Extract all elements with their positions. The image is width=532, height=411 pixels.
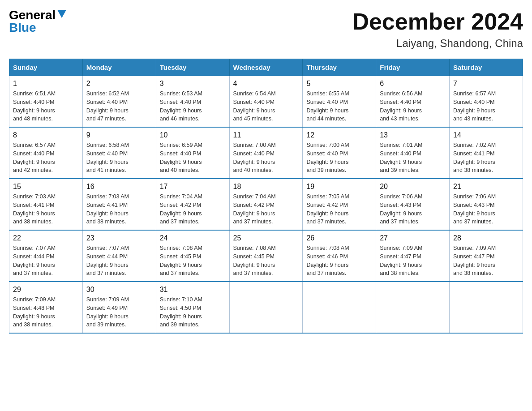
column-header-wednesday: Wednesday: [229, 59, 303, 76]
day-number: 5: [306, 80, 372, 88]
day-number: 13: [380, 131, 446, 139]
title-block: December 2024 Laiyang, Shandong, China: [352, 9, 523, 50]
calendar-cell: 21Sunrise: 7:06 AMSunset: 4:43 PMDayligh…: [450, 179, 523, 230]
day-number: 19: [306, 183, 372, 191]
day-info: Sunrise: 7:09 AMSunset: 4:47 PMDaylight:…: [380, 244, 446, 278]
day-number: 25: [233, 234, 299, 242]
day-info: Sunrise: 7:09 AMSunset: 4:47 PMDaylight:…: [453, 244, 519, 278]
day-info: Sunrise: 6:54 AMSunset: 4:40 PMDaylight:…: [233, 90, 299, 123]
calendar-cell: 7Sunrise: 6:57 AMSunset: 4:40 PMDaylight…: [450, 76, 523, 128]
day-number: 9: [86, 131, 152, 139]
calendar-cell: 18Sunrise: 7:04 AMSunset: 4:42 PMDayligh…: [229, 179, 303, 230]
day-number: 17: [160, 183, 226, 191]
calendar-cell: 23Sunrise: 7:07 AMSunset: 4:44 PMDayligh…: [82, 230, 156, 282]
day-info: Sunrise: 7:06 AMSunset: 4:43 PMDaylight:…: [380, 193, 446, 226]
calendar-cell: 15Sunrise: 7:03 AMSunset: 4:41 PMDayligh…: [9, 179, 83, 230]
day-info: Sunrise: 6:55 AMSunset: 4:40 PMDaylight:…: [306, 90, 372, 123]
day-info: Sunrise: 7:08 AMSunset: 4:45 PMDaylight:…: [160, 244, 226, 278]
calendar-cell: 31Sunrise: 7:10 AMSunset: 4:50 PMDayligh…: [156, 282, 229, 333]
column-header-saturday: Saturday: [450, 59, 523, 76]
day-info: Sunrise: 7:04 AMSunset: 4:42 PMDaylight:…: [160, 193, 226, 226]
calendar-header-row: SundayMondayTuesdayWednesdayThursdayFrid…: [9, 59, 523, 76]
calendar-cell: 16Sunrise: 7:03 AMSunset: 4:41 PMDayligh…: [82, 179, 156, 230]
day-info: Sunrise: 6:52 AMSunset: 4:40 PMDaylight:…: [86, 90, 152, 123]
column-header-friday: Friday: [376, 59, 450, 76]
column-header-monday: Monday: [82, 59, 156, 76]
calendar-cell: 4Sunrise: 6:54 AMSunset: 4:40 PMDaylight…: [229, 76, 303, 128]
calendar-cell: 6Sunrise: 6:56 AMSunset: 4:40 PMDaylight…: [376, 76, 450, 128]
day-number: 1: [13, 80, 79, 88]
day-info: Sunrise: 7:00 AMSunset: 4:40 PMDaylight:…: [233, 141, 299, 175]
day-number: 20: [380, 183, 446, 191]
calendar-subtitle: Laiyang, Shandong, China: [352, 37, 523, 50]
calendar-cell: 9Sunrise: 6:58 AMSunset: 4:40 PMDaylight…: [82, 127, 156, 179]
day-info: Sunrise: 6:57 AMSunset: 4:40 PMDaylight:…: [13, 141, 79, 175]
day-number: 10: [160, 131, 226, 139]
calendar-cell: [229, 282, 303, 333]
day-number: 28: [453, 234, 519, 242]
day-info: Sunrise: 7:02 AMSunset: 4:41 PMDaylight:…: [453, 141, 519, 175]
day-info: Sunrise: 6:57 AMSunset: 4:40 PMDaylight:…: [453, 90, 519, 123]
calendar-week-row: 8Sunrise: 6:57 AMSunset: 4:40 PMDaylight…: [9, 127, 523, 179]
day-number: 12: [306, 131, 372, 139]
calendar-cell: 1Sunrise: 6:51 AMSunset: 4:40 PMDaylight…: [9, 76, 83, 128]
calendar-cell: 14Sunrise: 7:02 AMSunset: 4:41 PMDayligh…: [450, 127, 523, 179]
calendar-week-row: 29Sunrise: 7:09 AMSunset: 4:48 PMDayligh…: [9, 282, 523, 333]
calendar-cell: 13Sunrise: 7:01 AMSunset: 4:40 PMDayligh…: [376, 127, 450, 179]
calendar-cell: 28Sunrise: 7:09 AMSunset: 4:47 PMDayligh…: [450, 230, 523, 282]
calendar-cell: 12Sunrise: 7:00 AMSunset: 4:40 PMDayligh…: [303, 127, 376, 179]
day-info: Sunrise: 7:08 AMSunset: 4:45 PMDaylight:…: [233, 244, 299, 278]
calendar-cell: 11Sunrise: 7:00 AMSunset: 4:40 PMDayligh…: [229, 127, 303, 179]
day-info: Sunrise: 7:09 AMSunset: 4:49 PMDaylight:…: [86, 295, 152, 329]
calendar-cell: 19Sunrise: 7:05 AMSunset: 4:42 PMDayligh…: [303, 179, 376, 230]
calendar-cell: 2Sunrise: 6:52 AMSunset: 4:40 PMDaylight…: [82, 76, 156, 128]
logo-general-text: General: [9, 9, 56, 21]
calendar-title: December 2024: [352, 9, 523, 34]
day-info: Sunrise: 6:53 AMSunset: 4:40 PMDaylight:…: [160, 90, 226, 123]
calendar-cell: 24Sunrise: 7:08 AMSunset: 4:45 PMDayligh…: [156, 230, 229, 282]
calendar-cell: 3Sunrise: 6:53 AMSunset: 4:40 PMDaylight…: [156, 76, 229, 128]
day-info: Sunrise: 6:51 AMSunset: 4:40 PMDaylight:…: [13, 90, 79, 123]
calendar-week-row: 1Sunrise: 6:51 AMSunset: 4:40 PMDaylight…: [9, 76, 523, 128]
calendar-cell: 29Sunrise: 7:09 AMSunset: 4:48 PMDayligh…: [9, 282, 83, 333]
day-number: 7: [453, 80, 519, 88]
day-number: 30: [86, 286, 152, 294]
calendar-cell: 30Sunrise: 7:09 AMSunset: 4:49 PMDayligh…: [82, 282, 156, 333]
logo-blue-text: Blue: [9, 21, 36, 34]
calendar-cell: [303, 282, 376, 333]
day-info: Sunrise: 6:56 AMSunset: 4:40 PMDaylight:…: [380, 90, 446, 123]
day-number: 31: [160, 286, 226, 294]
day-number: 11: [233, 131, 299, 139]
calendar-cell: 8Sunrise: 6:57 AMSunset: 4:40 PMDaylight…: [9, 127, 83, 179]
day-info: Sunrise: 7:00 AMSunset: 4:40 PMDaylight:…: [306, 141, 372, 175]
day-number: 26: [306, 234, 372, 242]
day-info: Sunrise: 7:03 AMSunset: 4:41 PMDaylight:…: [13, 193, 79, 226]
logo: General Blue: [9, 9, 66, 34]
day-number: 2: [86, 80, 152, 88]
day-number: 16: [86, 183, 152, 191]
calendar-table: SundayMondayTuesdayWednesdayThursdayFrid…: [9, 59, 523, 334]
day-info: Sunrise: 7:08 AMSunset: 4:46 PMDaylight:…: [306, 244, 372, 278]
logo-triangle-icon: [57, 10, 66, 18]
day-number: 22: [13, 234, 79, 242]
day-info: Sunrise: 7:09 AMSunset: 4:48 PMDaylight:…: [13, 295, 79, 329]
calendar-cell: 25Sunrise: 7:08 AMSunset: 4:45 PMDayligh…: [229, 230, 303, 282]
calendar-cell: 27Sunrise: 7:09 AMSunset: 4:47 PMDayligh…: [376, 230, 450, 282]
calendar-cell: 26Sunrise: 7:08 AMSunset: 4:46 PMDayligh…: [303, 230, 376, 282]
day-info: Sunrise: 7:07 AMSunset: 4:44 PMDaylight:…: [86, 244, 152, 278]
day-number: 4: [233, 80, 299, 88]
calendar-cell: 22Sunrise: 7:07 AMSunset: 4:44 PMDayligh…: [9, 230, 83, 282]
day-number: 6: [380, 80, 446, 88]
day-number: 14: [453, 131, 519, 139]
calendar-cell: 17Sunrise: 7:04 AMSunset: 4:42 PMDayligh…: [156, 179, 229, 230]
calendar-cell: 5Sunrise: 6:55 AMSunset: 4:40 PMDaylight…: [303, 76, 376, 128]
day-info: Sunrise: 6:59 AMSunset: 4:40 PMDaylight:…: [160, 141, 226, 175]
day-info: Sunrise: 7:03 AMSunset: 4:41 PMDaylight:…: [86, 193, 152, 226]
day-number: 23: [86, 234, 152, 242]
day-info: Sunrise: 7:05 AMSunset: 4:42 PMDaylight:…: [306, 193, 372, 226]
day-number: 21: [453, 183, 519, 191]
calendar-cell: [450, 282, 523, 333]
day-number: 3: [160, 80, 226, 88]
day-info: Sunrise: 7:10 AMSunset: 4:50 PMDaylight:…: [160, 295, 226, 329]
column-header-sunday: Sunday: [9, 59, 83, 76]
